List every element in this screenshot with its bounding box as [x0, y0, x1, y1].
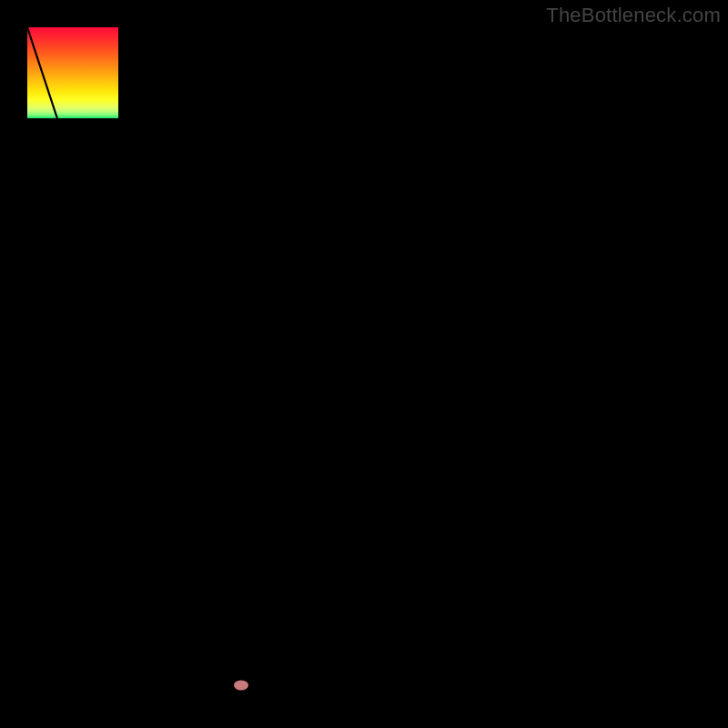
gradient-background	[27, 27, 701, 701]
watermark-text: TheBottleneck.com	[546, 4, 721, 27]
chart-plot-area	[27, 27, 701, 701]
svg-rect-0	[27, 27, 118, 118]
minimum-marker-dot	[234, 680, 248, 690]
